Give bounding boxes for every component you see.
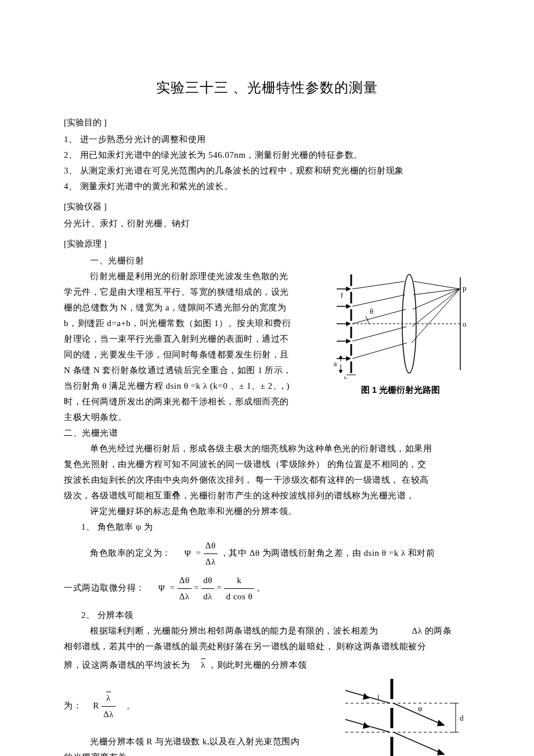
svg-marker-48: [438, 721, 444, 726]
p2-c: 按波长由短到长的次序由中央向外侧依次排列， 每一干涉级次都有这样的一级谱线， 在…: [64, 472, 470, 488]
document-title: 实验三十三 、光栅特性参数的测量: [64, 75, 470, 100]
svg-marker-15: [347, 357, 350, 360]
svg-text:f: f: [341, 291, 343, 299]
f1-pre: 角色散率的定义为：: [90, 548, 171, 558]
figure-1: θ p o a b f 图 1 光栅衍射光路图: [331, 269, 470, 397]
svg-line-17: [352, 281, 405, 289]
figure-1-caption: 图 1 光栅衍射光路图: [331, 382, 470, 397]
num-R: λ: [102, 690, 116, 706]
p3-line-1: 根据瑞利判断，光栅能分辨出相邻两条谱线的能力是有限的，波长相差为 Δλ 的两条: [64, 623, 470, 639]
frac-3: k d cos θ: [224, 573, 254, 605]
lambda-bar-2: λ: [106, 690, 111, 706]
purpose-item-3: 3、 从测定汞灯光谱在可见光范围内的几条波长的过程中，观察和研究光栅的衍射现象: [64, 163, 470, 179]
f1-post: 为两谱线衍射角之差，由 dsin θ =k λ 和对前: [262, 548, 435, 558]
purpose-item-1: 1、 进一步熟悉分光计的调整和使用: [64, 132, 470, 147]
svg-text:a: a: [334, 360, 337, 368]
svg-text:b: b: [344, 375, 348, 379]
formula-1b-line: 一式两边取微分得： Ψ = Δθ Δλ = dθ dλ = k d cos θ …: [64, 573, 470, 605]
den-R: Δλ: [102, 706, 116, 722]
p2-b: 复色光照射，由光栅方程可知不同波长的同一级谱线（零级除外） 的角位置是不相同的，…: [64, 457, 470, 472]
f1-mid: ，其中: [220, 548, 247, 558]
p1-j: 主极大明条纹。: [64, 410, 470, 425]
svg-marker-11: [347, 322, 350, 325]
delta-lambda-sym: Δλ: [412, 626, 423, 635]
item-2: 2、 分辨本领: [64, 607, 470, 623]
psi-symbol-2: Ψ: [158, 581, 165, 596]
svg-line-24: [414, 281, 460, 289]
svg-text:θ: θ: [370, 307, 373, 316]
svg-line-49: [394, 732, 444, 754]
svg-line-21: [352, 343, 407, 359]
eq-2: =: [170, 583, 175, 592]
p3-c-post: ，则此时光栅的分辨本领: [208, 660, 307, 670]
p3-b: 相邻谱线，若其中的一条谱线的最亮处刚好落在另一谱线的最暗处， 则称这两条谱线能被…: [64, 639, 470, 654]
purpose-item-2: 2、 用已知汞灯光谱中的绿光波长为 546.07nm，测量衍射光栅的特征参数。: [64, 147, 470, 163]
principle-header: [实验原理 ]: [64, 236, 470, 252]
den-1: Δλ: [178, 588, 192, 605]
principle-sub1: 一、光栅衍射: [64, 253, 470, 269]
num-dtheta: Δθ: [204, 538, 218, 554]
lambda-bar-1: λ: [201, 657, 205, 673]
figure-2: i φ d 图 2 斜入射时光栅的衍射: [331, 679, 470, 756]
svg-marker-7: [347, 287, 350, 291]
p3-a2: 的两条: [425, 626, 452, 635]
svg-line-18: [352, 295, 405, 306]
svg-text:φ: φ: [418, 704, 423, 712]
num-3: k: [224, 573, 254, 588]
period-1: 。: [257, 583, 266, 592]
formula-1-line: 角色散率的定义为： Ψ = Δθ Δλ ，其中 Δθ 为两谱线衍射角之差，由 d…: [64, 538, 470, 570]
f2-pre: 为：: [64, 701, 82, 710]
psi-symbol: Ψ: [185, 546, 192, 562]
svg-line-19: [352, 309, 406, 324]
den-2: dλ: [201, 588, 214, 605]
p3-a: 根据瑞利判断，光栅能分辨出相邻两条谱线的能力是有限的，波长相差为: [90, 626, 378, 635]
frac-R: λ Δλ: [102, 690, 116, 722]
f1b-pre: 一式两边取微分得：: [64, 583, 145, 592]
apparatus-text: 分光计、汞灯，衍射光栅、钠灯: [64, 216, 470, 231]
eq-3: =: [194, 583, 199, 592]
p2-d: 级次，各级谱线可能相互重叠，光栅衍射市产生的这种按波线排列的谱线称为光栅光谱，: [64, 488, 470, 504]
den-dlambda: Δλ: [204, 554, 218, 570]
svg-text:o: o: [463, 320, 467, 328]
f2-post: 。: [127, 701, 136, 710]
R-symbol: R: [93, 701, 99, 710]
purpose-item-4: 4、 测量汞灯光谱中的黄光和紫光的波长。: [64, 179, 470, 194]
svg-line-28: [412, 289, 460, 343]
purpose-header: [实验目的 ]: [64, 115, 470, 131]
svg-marker-33: [339, 356, 342, 359]
delta-theta-text: Δθ: [250, 548, 260, 558]
num-1: Δθ: [178, 573, 192, 588]
p3-c-pre: 辨，设这两条谱线的平均波长为: [64, 660, 190, 670]
frac-1: Δθ Δλ: [178, 573, 192, 605]
frac-dtheta-dlambda: Δθ Δλ: [204, 538, 218, 570]
svg-text:i: i: [377, 692, 380, 701]
apparatus-header: [实验仪器 ]: [64, 199, 470, 215]
frac-2: dθ dλ: [201, 573, 214, 605]
p2-a: 单色光经过光栅衍射后，形成各级主极大的细亮线称为这种单色光的衍射谱线，如果用: [64, 441, 470, 457]
eq-4: =: [217, 583, 222, 592]
den-3: d cos θ: [224, 588, 254, 605]
svg-line-20: [352, 327, 406, 341]
svg-text:d: d: [460, 714, 464, 722]
p2-e: 评定光栅好坏的标志是角色散率和光栅的分辨本领。: [64, 504, 470, 519]
svg-marker-9: [347, 305, 350, 308]
item-1: 1、 角色散率 ψ 为: [64, 519, 470, 535]
svg-line-27: [412, 289, 460, 327]
svg-marker-13: [347, 339, 350, 343]
principle-sub2: 二、光栅光谱: [64, 425, 470, 441]
eq-1: =: [196, 548, 201, 558]
svg-text:p: p: [463, 284, 467, 292]
p3-c-line: 辨，设这两条谱线的平均波长为 λ ，则此时光栅的分辨本领: [64, 657, 470, 673]
svg-marker-50: [438, 750, 444, 755]
num-2: dθ: [201, 573, 214, 588]
svg-marker-35: [339, 370, 342, 373]
